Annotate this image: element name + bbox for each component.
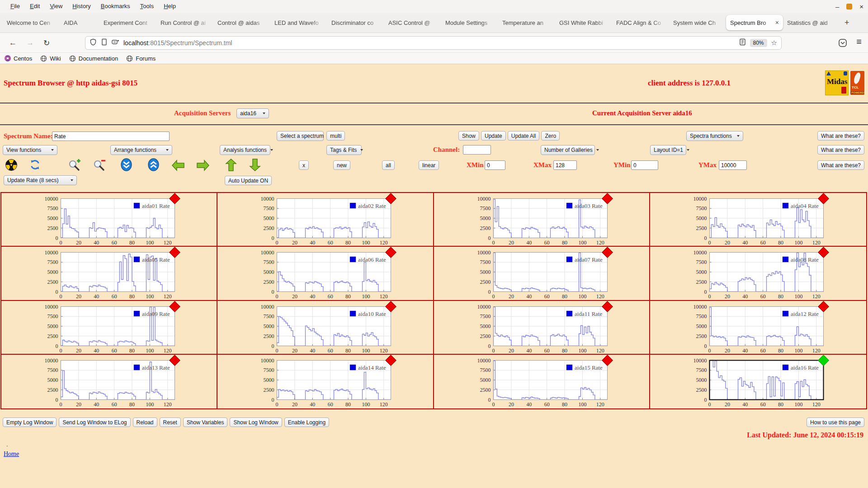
scale-up-icon[interactable] (147, 158, 160, 173)
tags-fits-dropdown[interactable]: Tags & Fits (326, 145, 362, 155)
arrow-down-icon[interactable] (249, 158, 261, 174)
zoom-level-badge[interactable]: 80% (750, 39, 767, 47)
what-are-these-button-2[interactable]: What are these? (817, 145, 864, 155)
update-all-button[interactable]: Update All (508, 131, 540, 141)
menu-hamburger-icon[interactable]: ≡ (856, 37, 862, 47)
browser-tab[interactable]: Module Settings (441, 15, 498, 30)
arrow-right-icon[interactable] (196, 160, 210, 173)
spectrum-panel-aida13[interactable]: 025005000750010000020406080100120 aida13… (1, 355, 217, 408)
multi-button[interactable]: multi (326, 131, 345, 141)
spectrum-panel-aida07[interactable]: 025005000750010000020406080100120 aida07… (434, 247, 650, 300)
browser-tab[interactable]: Experiment Cont (99, 15, 156, 30)
browser-tab[interactable]: ASIC Control @ (384, 15, 441, 30)
all-button[interactable]: all (382, 160, 395, 170)
arrange-functions-dropdown[interactable]: Arrange functions (110, 145, 172, 155)
what-are-these-button-3[interactable]: What are these? (817, 160, 864, 170)
update-rate-dropdown[interactable]: Update Rate (8 secs) (4, 175, 77, 185)
browser-tab[interactable]: LED and Wavefo (270, 15, 327, 30)
channel-input[interactable] (463, 145, 491, 155)
auto-update-button[interactable]: Auto Update ON (225, 176, 272, 185)
view-functions-dropdown[interactable]: View functions (3, 145, 57, 155)
reset-button[interactable]: Reset (160, 418, 181, 427)
browser-tab[interactable]: Spectrum Bro× (726, 15, 783, 30)
forward-icon[interactable]: → (26, 33, 34, 53)
minimize-icon[interactable]: – (835, 3, 839, 10)
empty-log-window-button[interactable]: Empty Log Window (3, 418, 57, 427)
spectrum-panel-aida15[interactable]: 025005000750010000020406080100120 aida15… (434, 355, 650, 408)
linear-button[interactable]: linear (419, 160, 439, 170)
menu-edit[interactable]: Edit (25, 0, 45, 13)
layout-id-dropdown[interactable]: Layout ID=1 (650, 145, 686, 155)
spectrum-panel-aida10[interactable]: 025005000750010000020406080100120 aida10… (217, 301, 434, 355)
permissions-icon[interactable] (112, 39, 119, 47)
spectrum-panel-aida09[interactable]: 025005000750010000020406080100120 aida09… (1, 301, 217, 355)
home-link[interactable]: Home (4, 450, 19, 458)
bookmark-forums[interactable]: Forums (126, 55, 156, 62)
shield-icon[interactable] (90, 38, 97, 47)
reload-icon[interactable]: ↻ (43, 33, 50, 53)
arrow-up-icon[interactable] (225, 158, 237, 174)
page-info-icon[interactable] (101, 38, 108, 47)
url-bar[interactable]: localhost:8015/Spectrum/Spectrum.tml 80%… (85, 36, 782, 50)
reload-button[interactable]: Reload (133, 418, 157, 427)
browser-tab[interactable]: Run Control @ ai (156, 15, 213, 30)
bookmark-documentation[interactable]: Documentation (69, 55, 118, 62)
what-are-these-button-1[interactable]: What are these? (817, 131, 864, 141)
back-icon[interactable]: ← (9, 33, 17, 53)
url-text[interactable]: localhost:8015/Spectrum/Spectrum.tml (123, 39, 735, 47)
number-of-galleries-dropdown[interactable]: Number of Galleries (541, 145, 595, 155)
enable-logging-button[interactable]: Enable Logging (284, 418, 329, 427)
spectrum-panel-aida04[interactable]: 025005000750010000020406080100120 aida04… (650, 193, 866, 247)
menu-bookmarks[interactable]: Bookmarks (96, 0, 135, 13)
spectrum-panel-aida01[interactable]: 025005000750010000020406080100120 aida01… (1, 193, 217, 247)
show-log-window-button[interactable]: Show Log Window (230, 418, 282, 427)
browser-tab[interactable]: Welcome to Cen (3, 15, 60, 30)
spectrum-panel-aida16[interactable]: 025005000750010000020406080100120 aida16… (650, 355, 866, 408)
new-button[interactable]: new (333, 160, 350, 170)
tab-close-icon[interactable]: × (775, 19, 779, 26)
analysis-functions-dropdown[interactable]: Analysis functions (220, 145, 270, 155)
bookmark-wiki[interactable]: Wiki (40, 55, 61, 62)
scale-down-icon[interactable] (120, 158, 132, 173)
select-spectrum-dropdown[interactable]: Select a spectrum (277, 131, 324, 141)
xmax-input[interactable] (553, 160, 577, 170)
show-button[interactable]: Show (458, 131, 479, 141)
spectrum-panel-aida08[interactable]: 025005000750010000020406080100120 aida08… (650, 247, 866, 300)
browser-tab[interactable]: Temperature an (498, 15, 555, 30)
zero-button[interactable]: Zero (541, 131, 560, 141)
browser-tab[interactable]: FADC Align & Co (612, 15, 669, 30)
ymin-input[interactable] (631, 160, 658, 170)
xmin-input[interactable] (485, 160, 505, 170)
arrow-left-icon[interactable] (171, 160, 185, 173)
ymax-input[interactable] (719, 160, 747, 170)
how-to-use-button[interactable]: How to use this page (807, 418, 864, 427)
show-variables-button[interactable]: Show Variables (183, 418, 228, 427)
spectrum-panel-aida03[interactable]: 025005000750010000020406080100120 aida03… (434, 193, 650, 247)
spectrum-panel-aida11[interactable]: 025005000750010000020406080100120 aida11… (434, 301, 650, 355)
close-window-icon[interactable]: × (859, 3, 863, 10)
browser-tab[interactable]: System wide Ch (669, 15, 726, 30)
menu-file[interactable]: File (5, 0, 25, 13)
spectrum-name-input[interactable] (52, 131, 170, 141)
browser-tab[interactable]: AIDA (60, 15, 99, 30)
radiation-icon[interactable] (5, 159, 17, 171)
browser-tab[interactable]: GSI White Rabbi (555, 15, 612, 30)
browser-tab[interactable]: Discriminator co (327, 15, 384, 30)
spectrum-panel-aida02[interactable]: 025005000750010000020406080100120 aida02… (217, 193, 434, 247)
menu-tools[interactable]: Tools (135, 0, 159, 13)
browser-tab[interactable]: Control @ aidas (213, 15, 270, 30)
pocket-icon[interactable] (838, 38, 847, 49)
zoom-out-icon[interactable] (93, 159, 106, 173)
send-log-window-to-elog-button[interactable]: Send Log Window to ELog (59, 418, 130, 427)
menu-view[interactable]: View (45, 0, 67, 13)
update-button[interactable]: Update (481, 131, 506, 141)
x-axis-button[interactable]: x (299, 160, 309, 170)
maximize-icon[interactable] (846, 4, 852, 9)
new-tab-button[interactable]: + (840, 18, 854, 28)
menu-history[interactable]: History (67, 0, 95, 13)
spectrum-panel-aida14[interactable]: 025005000750010000020406080100120 aida14… (217, 355, 434, 408)
refresh-icon[interactable] (29, 159, 41, 173)
browser-tab[interactable]: Statistics @ aid (783, 15, 840, 30)
bookmark-centos[interactable]: Centos (5, 55, 32, 62)
spectrum-panel-aida05[interactable]: 025005000750010000020406080100120 aida05… (1, 247, 217, 300)
